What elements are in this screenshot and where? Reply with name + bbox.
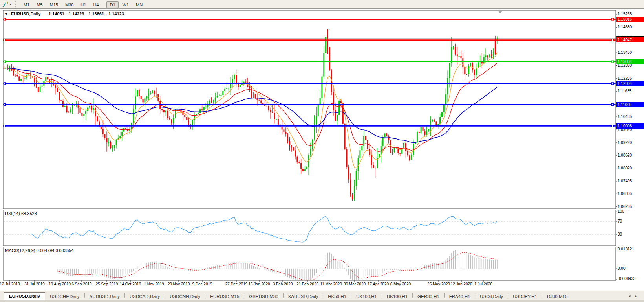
panel-frame bbox=[3, 247, 616, 280]
chart-tab-hk50-h1[interactable]: HK50,H1 bbox=[324, 293, 350, 300]
chart-tab-dj30-m15[interactable]: DJ30,M15 bbox=[543, 293, 571, 300]
date-tick-label: 11 Mar 2020 bbox=[320, 282, 342, 286]
date-tick-label: 3 Feb 2020 bbox=[273, 282, 293, 286]
chart-tab-fra40-h1[interactable]: FRA40,H1 bbox=[445, 293, 474, 300]
date-tick-label: 6 Sep 2019 bbox=[71, 282, 91, 286]
ma-fast-line bbox=[8, 53, 497, 168]
chart-tab-usoil-daily[interactable]: USOil,Daily bbox=[476, 293, 507, 300]
tab-separator bbox=[323, 293, 323, 298]
chart-dropdown-icon[interactable]: ▼ bbox=[5, 12, 8, 16]
hline-handle[interactable] bbox=[4, 61, 6, 63]
tab-separator bbox=[412, 293, 413, 298]
macd-histogram bbox=[57, 250, 497, 280]
tab-separator bbox=[283, 293, 284, 298]
tab-scroll-left-icon[interactable]: ◄ bbox=[628, 294, 634, 298]
rsi-tick-30: 30 bbox=[618, 232, 622, 237]
chart-tab-usdcnh-daily[interactable]: USDCNH,Daily bbox=[166, 293, 204, 300]
macd-main-value: 0.004794 bbox=[36, 248, 54, 253]
hline-handle[interactable] bbox=[612, 39, 614, 41]
price-tick-1.08020: 1.08020 bbox=[618, 166, 632, 171]
hline-label-1.14047: 1.14047 bbox=[616, 37, 644, 42]
ma-slow-line bbox=[8, 68, 497, 143]
ohlc-close: 1.14123 bbox=[108, 11, 124, 16]
date-tick-label: 12 Jul 2019 bbox=[0, 282, 20, 286]
tab-separator bbox=[84, 293, 85, 298]
date-tick-label: 9 Dec 2019 bbox=[192, 282, 212, 286]
tab-separator bbox=[382, 293, 382, 298]
mt4-terminal: ▼ M1M5M15M30H1H4D1W1MN ▼EURUSD,Daily 1.1… bbox=[0, 0, 644, 302]
candlesticks bbox=[4, 29, 498, 201]
tab-scroll-right-icon[interactable]: ► bbox=[634, 294, 641, 298]
hline-handle[interactable] bbox=[4, 104, 6, 106]
macd-tick: 0.013121 bbox=[618, 247, 634, 252]
tab-separator bbox=[444, 293, 445, 298]
price-tick-1.13450: 1.13450 bbox=[618, 50, 632, 55]
price-tick-1.06205: 1.06205 bbox=[618, 204, 632, 209]
hline-label-1.13034: 1.13034 bbox=[616, 59, 644, 64]
chart-tab-usdcad-daily[interactable]: USDCAD,Daily bbox=[126, 293, 164, 300]
ohlc-open: 1.14051 bbox=[49, 11, 64, 16]
chart-tab-usdchf-daily[interactable]: USDCHF,Daily bbox=[46, 293, 83, 300]
panel-frame bbox=[3, 210, 616, 246]
date-tick-label: 14 Oct 2019 bbox=[120, 282, 141, 286]
tab-separator bbox=[124, 293, 125, 298]
hline-label-1.11009: 1.11009 bbox=[616, 102, 644, 107]
price-tick-1.08620: 1.08620 bbox=[618, 153, 632, 158]
macd-signal-line bbox=[57, 252, 497, 280]
chart-tab-ger30-h1[interactable]: GER30,H1 bbox=[413, 293, 443, 300]
macd-tick: -0.008933 bbox=[618, 276, 635, 281]
tab-separator bbox=[205, 293, 205, 298]
date-tick-label: 31 Jul 2019 bbox=[24, 282, 45, 286]
date-tick-label: 15 Jan 2020 bbox=[248, 282, 270, 286]
date-tick-label: 20 Nov 2019 bbox=[168, 282, 190, 286]
date-tick-label: 1 Jul 2020 bbox=[474, 282, 492, 286]
window-bottom-edge bbox=[0, 300, 644, 302]
chart-shift-marker-icon[interactable] bbox=[498, 11, 503, 13]
tab-separator bbox=[475, 293, 475, 298]
rsi-tick-70: 70 bbox=[618, 219, 622, 224]
chart-tab-gbpusd-m30[interactable]: GBPUSD,M30 bbox=[245, 293, 282, 300]
price-tick-1.10435: 1.10435 bbox=[618, 114, 632, 119]
hline-handle[interactable] bbox=[4, 125, 6, 127]
price-tick-1.06805: 1.06805 bbox=[618, 192, 632, 196]
date-tick-label: 19 Aug 2019 bbox=[49, 282, 71, 286]
tab-separator bbox=[244, 293, 244, 298]
rsi-line bbox=[31, 216, 497, 242]
hline-handle[interactable] bbox=[612, 125, 614, 127]
tab-separator bbox=[165, 293, 165, 298]
chart-tab-usdjpy-h1[interactable]: USDJPY,H1 bbox=[509, 293, 541, 300]
chart-tab-uk100-h1[interactable]: UK100,H1 bbox=[352, 293, 381, 300]
date-tick-label: 21 Feb 2020 bbox=[296, 282, 318, 286]
date-tick-label: 17 Apr 2020 bbox=[368, 282, 389, 286]
price-tick-1.12235: 1.12235 bbox=[618, 76, 632, 81]
chart-tab-bar: EURUSD,DailyUSDCHF,DailyAUDUSD,DailyUSDC… bbox=[0, 291, 644, 300]
hline-handle[interactable] bbox=[612, 61, 614, 63]
hline-label-1.12004: 1.12004 bbox=[616, 81, 644, 86]
chart-symbol-period: EURUSD,Daily bbox=[11, 11, 41, 16]
price-tick-1.14650: 1.14650 bbox=[618, 25, 632, 29]
date-tick-label: 25 May 2020 bbox=[427, 282, 450, 286]
chart-title[interactable]: ▼EURUSD,Daily 1.140511.142231.138611.141… bbox=[5, 11, 124, 16]
tab-separator bbox=[542, 293, 542, 298]
chart-canvas[interactable] bbox=[0, 0, 644, 302]
date-tick-label: 12 Jun 2020 bbox=[450, 282, 472, 286]
rsi-value: 68.3528 bbox=[21, 211, 37, 216]
chart-tab-uk100-h1[interactable]: UK100,H1 bbox=[383, 293, 412, 300]
chart-tab-audusd-daily[interactable]: AUDUSD,Daily bbox=[86, 293, 124, 300]
hline-handle[interactable] bbox=[4, 18, 6, 20]
macd-indicator-label: MACD(12,26,9) 0.004794 0.003554 bbox=[5, 248, 73, 253]
hline-handle[interactable] bbox=[612, 83, 614, 85]
chart-tab-xauusd-daily[interactable]: XAUUSD,Daily bbox=[284, 293, 322, 300]
chart-tab-eurusd-m15[interactable]: EURUSD,M15 bbox=[206, 293, 243, 300]
hline-handle[interactable] bbox=[4, 39, 6, 41]
chart-window: ▼EURUSD,Daily 1.140511.142231.138611.141… bbox=[0, 9, 644, 302]
hline-handle[interactable] bbox=[4, 83, 6, 85]
price-tick-1.15265: 1.15265 bbox=[618, 12, 632, 17]
macd-tick: 0.00 bbox=[618, 266, 625, 271]
rsi-tick-100: 100 bbox=[618, 209, 624, 214]
chart-tab-eurusd-daily[interactable]: EURUSD,Daily bbox=[4, 292, 45, 300]
date-tick-label: 30 Mar 2020 bbox=[344, 282, 366, 286]
hline-handle[interactable] bbox=[612, 104, 614, 106]
hline-handle[interactable] bbox=[612, 18, 614, 20]
date-tick-label: 25 Sep 2019 bbox=[96, 282, 118, 286]
